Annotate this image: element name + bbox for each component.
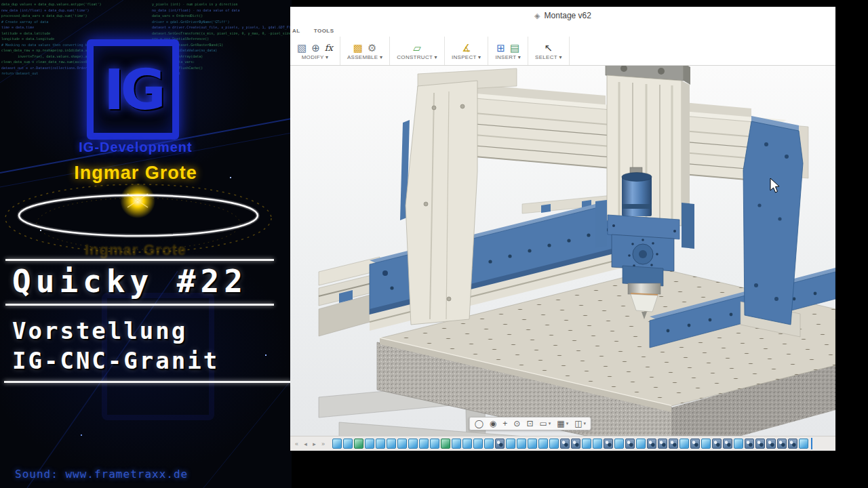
pan-icon[interactable]: +	[502, 419, 507, 428]
play-icon[interactable]: ▸	[311, 441, 318, 447]
timeline-feature-joint[interactable]	[777, 439, 787, 449]
timeline-feature-component[interactable]	[734, 439, 743, 449]
timeline-feature-component[interactable]	[430, 439, 439, 449]
timeline-feature-component[interactable]	[549, 439, 559, 449]
timeline-feature-component[interactable]	[343, 439, 353, 449]
cnc-model-3d-view[interactable]	[290, 66, 835, 436]
fit-icon[interactable]: ⊡	[526, 419, 533, 428]
timeline-feature-component[interactable]	[614, 439, 624, 449]
timeline-feature-sketch[interactable]	[441, 439, 450, 449]
select-icon[interactable]: ↖	[545, 42, 553, 54]
ig-logo-text: IG	[104, 58, 162, 122]
toolbar-group-label[interactable]: INSPECT ▾	[452, 54, 481, 60]
toolbar-group-select: ↖SELECT ▾	[528, 37, 570, 65]
timeline-feature-component[interactable]	[332, 439, 342, 449]
timeline-feature-component[interactable]	[582, 439, 591, 449]
step-back-icon[interactable]: ◂	[302, 441, 309, 447]
timeline-feature-joint[interactable]	[712, 439, 722, 449]
timeline-feature-component[interactable]	[538, 439, 548, 449]
toolbar-group-insert: ⊞▤INSERT ▾	[488, 37, 528, 65]
video-subtitle-2: IG-CNC-Granit	[12, 347, 290, 374]
timeline-feature-sketch[interactable]	[354, 439, 363, 449]
timeline-feature-joint[interactable]	[495, 439, 505, 449]
parameters-icon[interactable]: fx	[325, 42, 333, 54]
construction-plane-icon[interactable]: ▱	[413, 42, 421, 54]
toolbar-group-label[interactable]: CONSTRUCT ▾	[397, 54, 437, 60]
toolbar-group-label[interactable]: SELECT ▾	[535, 54, 562, 60]
timeline-feature-component[interactable]	[679, 439, 689, 449]
joint-icon[interactable]: ⚙	[368, 42, 376, 54]
code-line: data_vars = OrderedDict()	[152, 13, 290, 19]
divider-line	[5, 304, 274, 306]
measure-icon[interactable]: ∡	[462, 42, 471, 54]
timeline-feature-joint[interactable]	[658, 439, 667, 449]
timeline-feature-component[interactable]	[484, 439, 494, 449]
press-pull-icon[interactable]: ▧	[297, 42, 307, 54]
grid-display-icon[interactable]: ▦▾	[557, 419, 568, 428]
timeline-feature-component[interactable]	[408, 439, 418, 449]
timeline-feature-joint[interactable]	[560, 439, 570, 449]
timeline-feature-component[interactable]	[387, 439, 396, 449]
timeline-start-icon[interactable]: «	[293, 441, 300, 447]
insert-icon[interactable]: ⊞	[496, 42, 505, 54]
ig-logo: IG	[87, 39, 179, 140]
decal-icon[interactable]: ▤	[510, 42, 519, 54]
timeline-feature-joint[interactable]	[755, 439, 765, 449]
timeline-feature-joint[interactable]	[625, 439, 635, 449]
timeline-feature-joint[interactable]	[647, 439, 656, 449]
timeline-feature-joint[interactable]	[766, 439, 776, 449]
timeline-feature-joint[interactable]	[690, 439, 700, 449]
video-title: Quicky #22	[12, 263, 290, 300]
timeline-feature-component[interactable]	[376, 439, 385, 449]
timeline-feature-component[interactable]	[397, 439, 407, 449]
timeline-feature-joint[interactable]	[723, 439, 732, 449]
code-line: # Create xarray of data	[1, 19, 145, 25]
timeline-feature-component[interactable]	[701, 439, 711, 449]
timeline-feature-component[interactable]	[365, 439, 374, 449]
document-icon: ◈	[534, 12, 540, 20]
code-line: dataset.SetGeoTransform((x_min, pixel_si…	[152, 30, 290, 37]
toolbar-group-label[interactable]: MODIFY ▾	[302, 54, 329, 60]
timeline-feature-component[interactable]	[593, 439, 602, 449]
timeline-feature-component[interactable]	[636, 439, 646, 449]
code-line: processed_data_vars = data_dup.sum('time…	[1, 13, 145, 19]
toolbar-group-inspect: ∡INSPECT ▾	[445, 37, 488, 65]
toolbar-group-label[interactable]: INSERT ▾	[495, 54, 521, 60]
code-line: latitude = data.latitude	[1, 30, 145, 37]
timeline-feature-joint[interactable]	[571, 439, 580, 449]
look-at-icon[interactable]: ◉	[490, 419, 496, 428]
new-component-icon[interactable]: ▩	[353, 42, 363, 54]
main-toolbar: ▧⊕fxMODIFY ▾▩⚙ASSEMBLE ▾▱CONSTRUCT ▾∡INS…	[290, 37, 835, 66]
orbit-icon[interactable]: ◯	[474, 419, 483, 428]
timeline-feature-component[interactable]	[452, 439, 461, 449]
display-settings-icon[interactable]: ▭▾	[539, 419, 551, 428]
toolbar-group-assemble: ▩⚙ASSEMBLE ▾	[340, 37, 390, 65]
3d-viewport[interactable]: ◯◉+⊙⊡▭▾▦▾◫▾	[290, 66, 835, 436]
fusion-window: ◈ Montage v62 ALTOOLS ▧⊕fxMODIFY ▾▩⚙ASSE…	[290, 7, 835, 451]
timeline-feature-component[interactable]	[517, 439, 526, 449]
tab-al[interactable]: AL	[292, 28, 300, 34]
tab-tools[interactable]: TOOLS	[314, 28, 334, 34]
chevron-down-icon: ▾	[566, 421, 569, 426]
timeline-feature-joint[interactable]	[788, 439, 797, 449]
timeline-feature-component[interactable]	[528, 439, 537, 449]
step-forward-icon[interactable]: »	[319, 441, 327, 447]
timeline-marker[interactable]	[811, 438, 812, 449]
viewports-icon[interactable]: ◫▾	[574, 419, 586, 428]
document-title[interactable]: Montage v62	[545, 11, 591, 20]
move-icon[interactable]: ⊕	[311, 42, 320, 54]
toolbar-group-label[interactable]: ASSEMBLE ▾	[347, 54, 382, 60]
code-line: y_pixels (int) - num pixels in y directi…	[152, 1, 290, 7]
sound-credit: Sound: www.frametraxx.de	[15, 468, 188, 481]
timeline-feature-component[interactable]	[799, 439, 808, 449]
timeline-feature-joint[interactable]	[669, 439, 678, 449]
chevron-down-icon: ▾	[549, 421, 551, 426]
timeline-feature-component[interactable]	[462, 439, 472, 449]
timeline-controls: «◂▸»	[293, 441, 327, 447]
timeline-feature-joint[interactable]	[604, 439, 613, 449]
zoom-icon[interactable]: ⊙	[513, 419, 520, 428]
timeline-feature-component[interactable]	[506, 439, 515, 449]
timeline-feature-component[interactable]	[473, 439, 483, 449]
timeline-feature-joint[interactable]	[745, 439, 754, 449]
timeline-feature-component[interactable]	[419, 439, 429, 449]
